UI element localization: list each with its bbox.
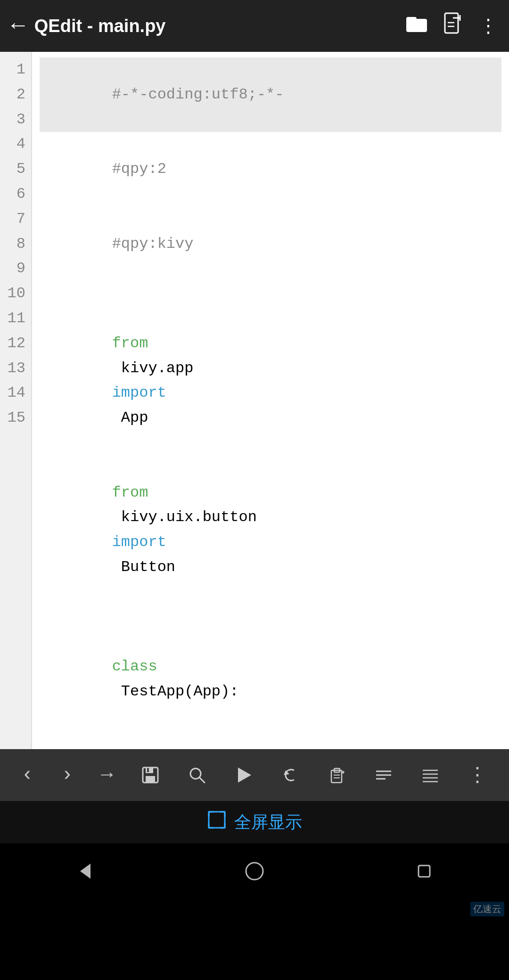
editor-container: 1 2 3 4 5 6 7 8 9 10 11 12 13 14 15 #-*-… [0,52,509,749]
new-file-icon[interactable] [444,12,462,40]
code-line-4 [40,281,501,306]
code-line-5: from kivy.app import App [40,306,501,456]
svg-marker-29 [80,864,90,879]
more-toolbar-btn[interactable]: ⋮ [464,759,491,791]
code-line-2: #qpy:2 [40,132,501,206]
format-btn[interactable] [370,762,397,788]
line-num-12: 12 [8,331,25,356]
svg-marker-13 [238,768,251,783]
search-btn[interactable] [184,762,210,788]
android-recent-btn[interactable] [413,860,435,889]
code-line-8: class TestApp(App): [40,629,501,729]
code-token: import [112,384,166,401]
code-token: kivy.uix.button [112,508,266,526]
nav-forward-btn[interactable]: › [57,760,77,790]
clipboard-btn[interactable] [324,762,350,788]
editor-body: 1 2 3 4 5 6 7 8 9 10 11 12 13 14 15 #-*-… [0,52,509,749]
svg-rect-8 [146,768,153,773]
svg-rect-1 [406,17,417,23]
code-token: App [112,409,148,426]
line-num-14: 14 [8,381,25,406]
line-num-5: 5 [16,157,25,182]
watermark: 亿速云 [470,902,504,916]
line-num-11: 11 [8,306,25,331]
line-num-2: 2 [16,82,25,107]
code-token: kivy.app [112,359,203,377]
code-line-9: def build( self ): [40,729,501,749]
code-token: TestApp(App): [112,683,239,700]
line-num-4: 4 [16,132,25,157]
line-num-1: 1 [16,57,25,82]
android-nav-bar [0,843,509,905]
bottom-toolbar: ‹ › → [0,749,509,801]
run-btn[interactable] [230,762,257,788]
more-menu-icon[interactable]: ⋮ [479,15,498,38]
line-num-13: 13 [8,356,25,381]
line-num-7: 7 [16,207,25,232]
fullscreen-icon [207,810,227,835]
code-token: class [112,658,157,675]
folder-icon[interactable] [406,14,427,38]
svg-rect-10 [147,768,149,772]
svg-line-12 [199,777,205,783]
code-token: #-*-coding:utf8;-*- [112,86,284,103]
save-btn[interactable] [137,762,164,788]
code-token: from [112,484,148,501]
app-title: QEdit - main.py [34,16,397,36]
list-btn[interactable] [417,762,443,788]
line-num-3: 3 [16,107,25,132]
undo-btn[interactable] [277,762,304,788]
line-num-10: 10 [8,281,25,306]
android-home-btn[interactable] [243,860,266,889]
line-num-6: 6 [16,182,25,207]
code-line-7 [40,605,501,630]
code-editor[interactable]: #-*-coding:utf8;-*- #qpy:2 #qpy:kivy fro… [32,52,509,749]
header-icons: ⋮ [406,12,498,40]
app-header: ← QEdit - main.py ⋮ [0,0,509,52]
svg-rect-9 [146,776,155,783]
code-token: import [112,533,166,551]
svg-rect-31 [419,866,430,877]
line-numbers: 1 2 3 4 5 6 7 8 9 10 11 12 13 14 15 [0,52,32,749]
code-token: #qpy:kivy [112,235,194,253]
code-line-1: #-*-coding:utf8;-*- [40,57,501,132]
line-num-15: 15 [8,406,25,431]
code-line-3: #qpy:kivy [40,207,501,281]
back-button[interactable]: ← [11,15,25,37]
nav-back-btn[interactable]: ‹ [18,760,37,790]
fullscreen-bar: 全屏显示 [0,801,509,843]
code-token: from [112,335,148,352]
android-back-btn[interactable] [74,860,96,889]
code-token: #qpy:2 [112,160,166,178]
svg-point-30 [246,863,263,880]
line-num-9: 9 [16,256,25,281]
line-num-8: 8 [16,232,25,257]
fullscreen-label[interactable]: 全屏显示 [234,811,302,834]
indent-btn[interactable]: → [97,760,116,790]
code-line-6: from kivy.uix.button import Button [40,456,501,605]
code-token: Button [112,558,175,576]
svg-rect-28 [209,812,225,828]
